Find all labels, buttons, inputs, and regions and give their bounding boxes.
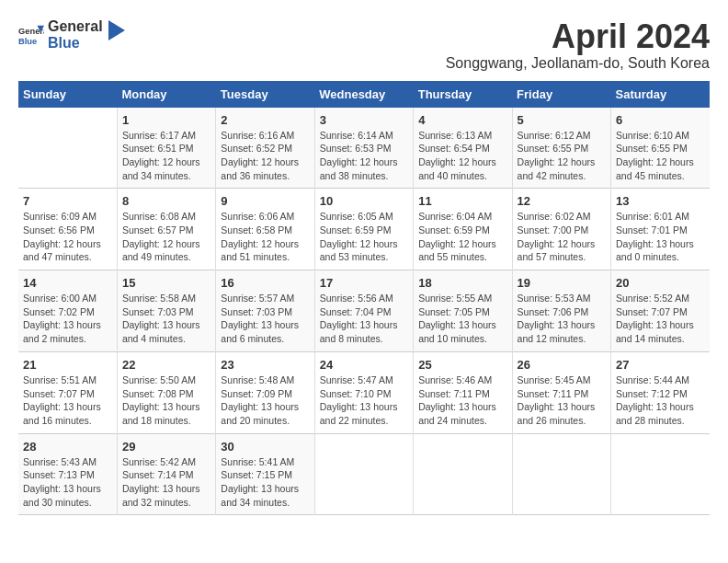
- day-info: Sunrise: 5:48 AM Sunset: 7:09 PM Dayligh…: [221, 373, 309, 428]
- day-info: Sunrise: 5:51 AM Sunset: 7:07 PM Dayligh…: [23, 373, 112, 428]
- day-cell: 5Sunrise: 6:12 AM Sunset: 6:55 PM Daylig…: [512, 108, 610, 189]
- day-cell: 10Sunrise: 6:05 AM Sunset: 6:59 PM Dayli…: [314, 189, 413, 270]
- day-number: 7: [23, 194, 112, 208]
- logo-general-text: General: [48, 18, 103, 35]
- day-cell: 8Sunrise: 6:08 AM Sunset: 6:57 PM Daylig…: [117, 189, 215, 270]
- day-cell: 4Sunrise: 6:13 AM Sunset: 6:54 PM Daylig…: [414, 108, 512, 189]
- day-number: 4: [418, 113, 506, 127]
- weekday-header-row: Sunday Monday Tuesday Wednesday Thursday…: [18, 81, 710, 108]
- day-cell: 29Sunrise: 5:42 AM Sunset: 7:14 PM Dayli…: [117, 433, 215, 515]
- day-info: Sunrise: 6:16 AM Sunset: 6:52 PM Dayligh…: [221, 129, 309, 183]
- day-info: Sunrise: 6:04 AM Sunset: 6:59 PM Dayligh…: [418, 210, 506, 264]
- day-info: Sunrise: 5:47 AM Sunset: 7:10 PM Dayligh…: [320, 373, 408, 428]
- day-cell: [414, 433, 512, 515]
- day-number: 26: [518, 358, 606, 372]
- header-wednesday: Wednesday: [314, 81, 413, 108]
- week-row-1: 1Sunrise: 6:17 AM Sunset: 6:51 PM Daylig…: [18, 108, 710, 189]
- day-number: 22: [122, 358, 210, 372]
- day-number: 30: [221, 440, 309, 454]
- title-section: April 2024 Songgwang, Jeollanam-do, Sout…: [446, 18, 710, 72]
- day-info: Sunrise: 6:13 AM Sunset: 6:54 PM Dayligh…: [418, 129, 506, 183]
- day-number: 13: [616, 194, 705, 208]
- day-cell: 24Sunrise: 5:47 AM Sunset: 7:10 PM Dayli…: [314, 351, 413, 433]
- day-number: 19: [518, 276, 606, 290]
- day-cell: 15Sunrise: 5:58 AM Sunset: 7:03 PM Dayli…: [117, 270, 215, 352]
- calendar-table: Sunday Monday Tuesday Wednesday Thursday…: [18, 81, 710, 516]
- calendar-header: Sunday Monday Tuesday Wednesday Thursday…: [18, 81, 710, 108]
- day-number: 28: [23, 440, 112, 454]
- day-info: Sunrise: 5:42 AM Sunset: 7:14 PM Dayligh…: [122, 455, 210, 510]
- day-number: 3: [320, 113, 408, 127]
- day-number: 24: [320, 358, 408, 372]
- month-title: April 2024: [446, 18, 710, 55]
- day-info: Sunrise: 6:17 AM Sunset: 6:51 PM Dayligh…: [122, 129, 210, 183]
- week-row-4: 21Sunrise: 5:51 AM Sunset: 7:07 PM Dayli…: [18, 351, 710, 433]
- day-cell: [314, 433, 413, 515]
- week-row-3: 14Sunrise: 6:00 AM Sunset: 7:02 PM Dayli…: [18, 270, 710, 352]
- day-cell: 7Sunrise: 6:09 AM Sunset: 6:56 PM Daylig…: [18, 189, 117, 270]
- day-number: 20: [616, 276, 705, 290]
- day-cell: 13Sunrise: 6:01 AM Sunset: 7:01 PM Dayli…: [611, 189, 710, 270]
- day-number: 27: [616, 358, 705, 372]
- day-info: Sunrise: 5:57 AM Sunset: 7:03 PM Dayligh…: [221, 292, 309, 346]
- day-cell: 27Sunrise: 5:44 AM Sunset: 7:12 PM Dayli…: [611, 351, 710, 433]
- day-info: Sunrise: 5:55 AM Sunset: 7:05 PM Dayligh…: [418, 292, 506, 346]
- day-cell: 3Sunrise: 6:14 AM Sunset: 6:53 PM Daylig…: [314, 108, 413, 189]
- day-number: 16: [221, 276, 309, 290]
- logo-icon: General Blue: [18, 22, 44, 48]
- day-cell: 28Sunrise: 5:43 AM Sunset: 7:13 PM Dayli…: [18, 433, 117, 515]
- day-info: Sunrise: 6:01 AM Sunset: 7:01 PM Dayligh…: [616, 210, 705, 264]
- day-cell: 20Sunrise: 5:52 AM Sunset: 7:07 PM Dayli…: [611, 270, 710, 352]
- day-cell: [18, 108, 117, 189]
- day-info: Sunrise: 6:12 AM Sunset: 6:55 PM Dayligh…: [518, 129, 606, 183]
- svg-text:Blue: Blue: [18, 37, 37, 46]
- day-number: 29: [122, 440, 210, 454]
- day-cell: 18Sunrise: 5:55 AM Sunset: 7:05 PM Dayli…: [414, 270, 512, 352]
- day-info: Sunrise: 5:53 AM Sunset: 7:06 PM Dayligh…: [518, 292, 606, 346]
- day-info: Sunrise: 6:02 AM Sunset: 7:00 PM Dayligh…: [518, 210, 606, 264]
- day-cell: 16Sunrise: 5:57 AM Sunset: 7:03 PM Dayli…: [216, 270, 314, 352]
- day-cell: 6Sunrise: 6:10 AM Sunset: 6:55 PM Daylig…: [611, 108, 710, 189]
- day-cell: 14Sunrise: 6:00 AM Sunset: 7:02 PM Dayli…: [18, 270, 117, 352]
- header-thursday: Thursday: [414, 81, 512, 108]
- day-number: 12: [518, 194, 606, 208]
- header-saturday: Saturday: [611, 81, 710, 108]
- day-cell: [512, 433, 610, 515]
- day-number: 2: [221, 113, 309, 127]
- day-info: Sunrise: 5:44 AM Sunset: 7:12 PM Dayligh…: [616, 373, 705, 428]
- day-number: 8: [122, 194, 210, 208]
- day-info: Sunrise: 6:10 AM Sunset: 6:55 PM Dayligh…: [616, 129, 705, 183]
- day-number: 18: [418, 276, 506, 290]
- day-number: 5: [518, 113, 606, 127]
- day-number: 15: [122, 276, 210, 290]
- day-number: 9: [221, 194, 309, 208]
- day-cell: 23Sunrise: 5:48 AM Sunset: 7:09 PM Dayli…: [216, 351, 314, 433]
- day-info: Sunrise: 5:52 AM Sunset: 7:07 PM Dayligh…: [616, 292, 705, 346]
- day-number: 6: [616, 113, 705, 127]
- day-info: Sunrise: 6:08 AM Sunset: 6:57 PM Dayligh…: [122, 210, 210, 264]
- day-number: 10: [320, 194, 408, 208]
- day-cell: 12Sunrise: 6:02 AM Sunset: 7:00 PM Dayli…: [512, 189, 610, 270]
- day-info: Sunrise: 5:45 AM Sunset: 7:11 PM Dayligh…: [518, 373, 606, 428]
- day-info: Sunrise: 5:46 AM Sunset: 7:11 PM Dayligh…: [418, 373, 506, 428]
- header-friday: Friday: [512, 81, 610, 108]
- logo: General Blue General Blue: [18, 18, 125, 51]
- day-number: 17: [320, 276, 408, 290]
- day-cell: 26Sunrise: 5:45 AM Sunset: 7:11 PM Dayli…: [512, 351, 610, 433]
- header-sunday: Sunday: [18, 81, 117, 108]
- day-info: Sunrise: 5:56 AM Sunset: 7:04 PM Dayligh…: [320, 292, 408, 346]
- day-cell: 22Sunrise: 5:50 AM Sunset: 7:08 PM Dayli…: [117, 351, 215, 433]
- day-number: 23: [221, 358, 309, 372]
- day-number: 25: [418, 358, 506, 372]
- day-number: 14: [23, 276, 112, 290]
- day-info: Sunrise: 6:09 AM Sunset: 6:56 PM Dayligh…: [23, 210, 112, 264]
- day-number: 1: [122, 113, 210, 127]
- day-cell: 11Sunrise: 6:04 AM Sunset: 6:59 PM Dayli…: [414, 189, 512, 270]
- day-number: 11: [418, 194, 506, 208]
- day-info: Sunrise: 5:58 AM Sunset: 7:03 PM Dayligh…: [122, 292, 210, 346]
- page-header: General Blue General Blue April 2024 Son…: [18, 18, 710, 72]
- day-cell: 17Sunrise: 5:56 AM Sunset: 7:04 PM Dayli…: [314, 270, 413, 352]
- day-info: Sunrise: 6:14 AM Sunset: 6:53 PM Dayligh…: [320, 129, 408, 183]
- logo-blue-text: Blue: [48, 35, 103, 52]
- day-cell: 9Sunrise: 6:06 AM Sunset: 6:58 PM Daylig…: [216, 189, 314, 270]
